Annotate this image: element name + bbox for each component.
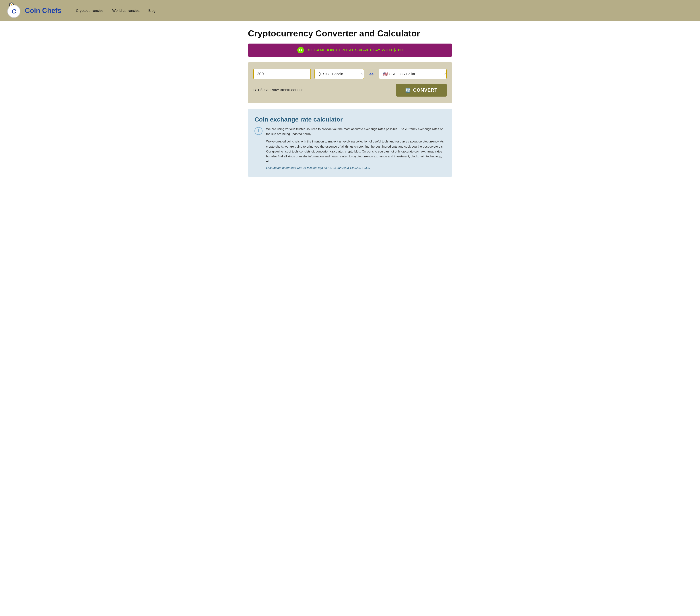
- swap-button[interactable]: ⇔: [368, 70, 375, 78]
- info-title: Coin exchange rate calculator: [254, 116, 446, 123]
- info-update: Last update of our data was 34 minutes a…: [266, 166, 446, 170]
- header: 🍳 C Coin Chefs Cryptocurrencies World cu…: [0, 0, 700, 21]
- rate-value: 30110.880336: [280, 88, 303, 92]
- nav-item-world-currencies[interactable]: World currencies: [112, 9, 140, 13]
- logo-circle: C: [7, 5, 21, 18]
- logo-chefs: Chefs: [42, 7, 61, 14]
- logo-link[interactable]: 🍳 C Coin Chefs: [7, 3, 61, 18]
- logo-c-letter: C: [12, 8, 16, 15]
- converter-bottom: BTC/USD Rate: 30110.880336 🔄 CONVERT: [253, 84, 447, 97]
- convert-icon: 🔄: [405, 88, 411, 93]
- ad-banner[interactable]: B BC.GAME ==> DEPOSIT $80 --> PLAY WITH …: [248, 43, 452, 57]
- logo-text: Coin Chefs: [25, 7, 61, 15]
- convert-button[interactable]: 🔄 CONVERT: [396, 84, 447, 97]
- to-currency-select[interactable]: 🇺🇸 USD - US Dollar 🇪🇺 EUR - Euro 🇬🇧 GBP …: [379, 69, 447, 79]
- logo-coin: Coin: [25, 7, 42, 14]
- rate-label: BTC/USD Rate:: [253, 88, 279, 92]
- bc-name: BC.GAME: [307, 48, 326, 52]
- convert-button-label: CONVERT: [413, 87, 438, 93]
- converter-row: ₿ BTC - Bitcoin Ξ ETH - Ethereum Ł LTC -…: [253, 69, 447, 79]
- swap-arrows-icon: ⇔: [369, 71, 374, 77]
- page-title: Cryptocurrency Converter and Calculator: [248, 28, 452, 38]
- nav-item-cryptocurrencies[interactable]: Cryptocurrencies: [76, 9, 103, 13]
- info-para1: We are using various trusted sources to …: [266, 127, 446, 137]
- ad-text: BC.GAME ==> DEPOSIT $80 --> PLAY WITH $1…: [307, 48, 403, 52]
- info-icon: ℹ: [254, 127, 263, 135]
- main-content: Cryptocurrency Converter and Calculator …: [244, 21, 456, 184]
- info-texts: We are using various trusted sources to …: [266, 127, 446, 170]
- amount-input[interactable]: [253, 69, 311, 79]
- nav-item-blog[interactable]: Blog: [148, 9, 155, 13]
- from-currency-select[interactable]: ₿ BTC - Bitcoin Ξ ETH - Ethereum Ł LTC -…: [314, 69, 364, 79]
- rate-info: BTC/USD Rate: 30110.880336: [253, 88, 303, 92]
- info-body: ℹ We are using various trusted sources t…: [254, 127, 446, 170]
- ad-deposit-text: ==> DEPOSIT $80 --> PLAY WITH $160: [326, 48, 403, 52]
- main-nav: Cryptocurrencies World currencies Blog: [76, 9, 156, 13]
- converter-box: ₿ BTC - Bitcoin Ξ ETH - Ethereum Ł LTC -…: [248, 62, 452, 103]
- info-para2: We've created coinchefs with the intenti…: [266, 139, 446, 164]
- info-section: Coin exchange rate calculator ℹ We are u…: [248, 108, 452, 177]
- logo-icon-wrap: 🍳 C: [7, 3, 22, 18]
- bc-logo-icon: B: [297, 47, 304, 53]
